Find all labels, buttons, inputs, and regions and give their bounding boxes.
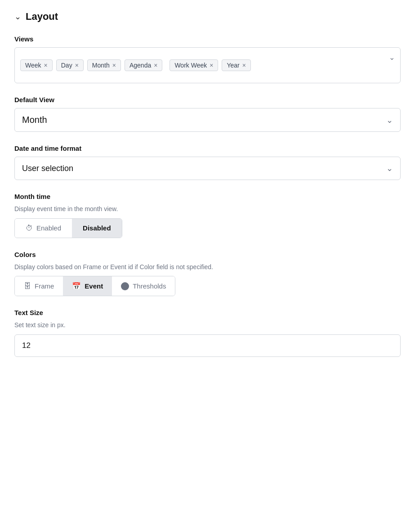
tag-month: Month × [87,59,121,71]
date-time-format-label: Date and time format [14,144,401,152]
tag-day-label: Day [61,62,72,69]
month-time-disabled-btn[interactable]: Disabled [72,219,122,238]
tag-agenda-label: Agenda [129,62,151,69]
tag-agenda-remove[interactable]: × [154,62,157,68]
default-view-select[interactable]: Month ⌄ [14,108,401,132]
date-time-format-chevron-icon: ⌄ [386,163,393,173]
default-view-label: Default View [14,96,401,104]
default-view-value: Month [22,115,47,125]
tag-year-remove[interactable]: × [242,62,246,68]
tag-month-remove[interactable]: × [112,62,116,68]
month-time-disabled-label: Disabled [83,224,111,232]
text-size-input[interactable] [14,334,401,357]
colors-label: Colors [14,251,401,258]
colors-frame-label: Frame [35,282,54,290]
text-size-description: Set text size in px. [14,321,401,330]
colors-toggle-group: 🗄 Frame 📅 Event Thresholds [14,276,175,296]
colors-thresholds-label: Thresholds [133,282,166,290]
tag-week-remove[interactable]: × [44,62,48,68]
colors-field-group: Colors Display colors based on Frame or … [14,251,401,297]
colors-thresholds-btn[interactable]: Thresholds [112,276,175,296]
clock-icon [26,224,33,232]
calendar-icon: 📅 [72,282,81,290]
views-label: Views [14,35,401,43]
text-size-label: Text Size [14,309,401,316]
tag-workweek-label: Work Week [174,62,207,69]
views-tags-container[interactable]: Week × Day × Month × Agenda × ⌄ Work Wee… [14,47,401,83]
tag-agenda: Agenda × [125,59,162,71]
date-time-format-field-group: Date and time format User selection ⌄ [14,144,401,180]
colors-event-label: Event [85,282,103,290]
colors-frame-btn[interactable]: 🗄 Frame [15,276,63,296]
views-field-group: Views Week × Day × Month × Agenda × ⌄ Wo… [14,35,401,83]
month-time-enabled-label: Enabled [36,224,61,232]
month-time-field-group: Month time Display event time in the mon… [14,193,401,238]
default-view-field-group: Default View Month ⌄ [14,96,401,132]
text-size-field-group: Text Size Set text size in px. [14,309,401,357]
month-time-enabled-btn[interactable]: Enabled [15,219,72,238]
section-title: Layout [26,11,58,23]
default-view-chevron-icon: ⌄ [386,115,393,125]
date-time-format-value: User selection [22,164,73,173]
database-icon: 🗄 [24,282,31,290]
month-time-toggle-group: Enabled Disabled [14,218,122,238]
tag-workweek: Work Week × [170,59,218,71]
month-time-label: Month time [14,193,401,200]
tag-year: Year × [222,59,250,71]
tags-chevron-icon[interactable]: ⌄ [389,53,395,62]
tag-day: Day × [56,59,84,71]
colors-description: Display colors based on Frame or Event i… [14,263,401,272]
tag-week-label: Week [25,62,41,69]
tag-day-remove[interactable]: × [75,62,79,68]
tag-week: Week × [20,59,53,71]
tag-month-label: Month [92,62,110,69]
date-time-format-select[interactable]: User selection ⌄ [14,157,401,180]
tag-year-label: Year [227,62,239,69]
section-header: ⌄ Layout [14,11,401,23]
circle-icon [121,282,129,290]
colors-event-btn[interactable]: 📅 Event [63,276,112,296]
tag-workweek-remove[interactable]: × [210,62,213,68]
section-collapse-icon[interactable]: ⌄ [14,12,21,22]
month-time-description: Display event time in the month view. [14,205,401,214]
